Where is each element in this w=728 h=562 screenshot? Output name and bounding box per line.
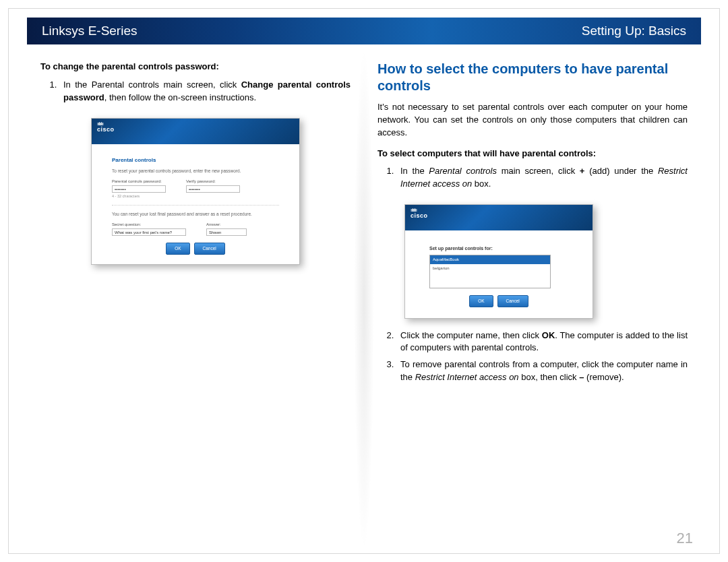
question-label: Secret question: [112,222,186,228]
right-step-1: In the Parental controls main screen, cl… [396,165,688,191]
cisco-text: cisco [97,127,115,133]
screenshot-body: Set up parental controls for: AquaMacBoo… [405,230,593,318]
header-bar: Linksys E-Series Setting Up: Basics [27,18,701,44]
answer-label: Answer: [206,222,247,228]
right-steps-cont: Click the computer name, then click OK. … [377,330,688,384]
step-text: In the Parental controls main screen, cl… [63,80,241,90]
secret-instruction: You can reset your lost final password a… [112,211,279,217]
listbox-title: Set up parental controls for: [429,245,568,252]
section-heading: How to select the computers to have pare… [377,61,688,94]
step-text: Click the computer name, then click [400,330,542,340]
password-field-group: Parental controls password: •••••••• 4 -… [112,179,166,200]
verify-label: Verify password: [186,179,240,185]
list-item[interactable]: belgarion [430,264,550,273]
verify-field-group: Verify password: •••••••• [186,179,240,200]
password-label: Parental controls password: [112,179,166,185]
cancel-button[interactable]: Cancel [194,243,225,254]
button-row: OK Cancel [112,243,279,254]
answer-input[interactable]: Shawn [206,228,247,236]
section-paragraph: It's not necessary to set parental contr… [377,101,688,139]
cisco-text: cisco [411,213,428,219]
header-left: Linksys E-Series [42,24,138,38]
step-bold: OK [542,330,555,340]
left-step-1: In the Parental controls main screen, cl… [59,79,351,104]
left-column: To change the parental controls password… [40,61,351,522]
left-intro: To change the parental controls password… [40,61,351,73]
step-text: box, then click [519,372,580,382]
ok-button[interactable]: OK [469,295,493,307]
answer-group: Answer: Shawn [206,222,247,237]
computer-listbox[interactable]: AquaMacBook belgarion [429,255,551,288]
page-number: 21 [677,530,693,547]
screenshot-body: Parental controls To reset your parental… [92,144,299,264]
header-right: Setting Up: Basics [582,24,686,38]
cisco-logo: ıılıılıı cisco [97,121,115,133]
right-intro: To select computers that will have paren… [377,148,688,160]
right-steps: In the Parental controls main screen, cl… [377,165,688,191]
panel-instruction: To reset your parental controls password… [112,168,279,174]
verify-input[interactable]: •••••••• [186,185,240,193]
list-item-selected[interactable]: AquaMacBook [430,255,550,264]
button-row: OK Cancel [429,295,568,307]
screenshot-header: ıılıılıı cisco [92,119,299,144]
question-input[interactable]: What was your first pet's name? [112,228,186,236]
password-input[interactable]: •••••••• [112,185,166,193]
screenshot-header: ıılıılıı cisco [405,205,593,230]
screenshot-password: ıılıılıı cisco Parental controls To rese… [91,118,300,265]
cisco-logo: ıılıılıı cisco [411,208,428,219]
step-text: (add) under the [584,166,657,176]
cancel-button[interactable]: Cancel [497,295,528,307]
step-text: (remove). [584,372,624,382]
step-text: In the [400,166,429,176]
left-steps: In the Parental controls main screen, cl… [40,79,351,104]
step-italic: Parental controls [429,166,497,176]
step-text: box. [472,179,491,189]
step-italic: Restrict Internet access on [415,372,519,382]
ok-button[interactable]: OK [166,243,189,254]
question-group: Secret question: What was your first pet… [112,222,186,237]
secret-row: Secret question: What was your first pet… [112,222,279,237]
screenshot-select-computer: ıılıılıı cisco Set up parental controls … [404,204,593,319]
right-step-3: To remove parental controls from a compu… [396,358,688,384]
separator [112,205,279,206]
step-text: , then follow the on-screen instructions… [104,92,256,102]
right-step-2: Click the computer name, then click OK. … [396,330,688,355]
content-area: To change the parental controls password… [40,61,688,522]
panel-title: Parental controls [112,156,279,164]
step-text: main screen, click [497,166,580,176]
right-column: How to select the computers to have pare… [377,61,688,522]
password-row: Parental controls password: •••••••• 4 -… [112,179,279,200]
password-hint: 4 - 32 characters [112,194,166,199]
